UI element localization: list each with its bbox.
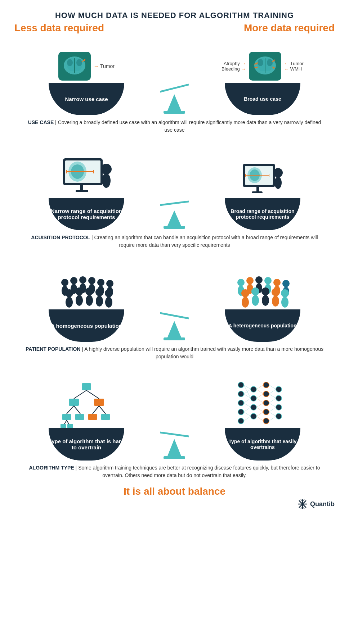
svg-line-143 [244,403,251,407]
svg-point-90 [241,289,249,297]
svg-point-53 [61,279,68,286]
svg-rect-103 [69,399,79,406]
bowl-homogeneous: A homogeneous population [49,309,124,342]
svg-point-123 [238,409,244,415]
svg-rect-37 [80,185,83,191]
svg-line-162 [269,416,276,421]
svg-rect-52 [252,191,263,193]
svg-line-142 [244,398,251,403]
svg-line-155 [269,385,276,389]
main-title: HOW MUCH DATA IS NEEDED FOR ALGORITHM TR… [14,11,335,20]
svg-line-101 [74,390,86,399]
right-pan-protocol: Broad range of acquisition protocol requ… [191,162,335,230]
svg-line-151 [256,403,263,407]
svg-point-121 [238,391,244,397]
svg-line-150 [256,398,263,403]
tree-icon [59,381,113,428]
svg-line-147 [256,385,263,389]
svg-line-106 [74,406,80,414]
brain-icon-right [249,52,281,81]
more-label: More data required [244,22,335,34]
svg-point-97 [272,296,279,307]
svg-point-128 [251,413,256,419]
svg-line-107 [93,406,99,414]
svg-point-134 [276,386,282,392]
subtitle-row: Less data required More data required [14,22,335,34]
svg-line-149 [256,394,263,398]
svg-point-126 [251,395,256,401]
bowl-hard-overtrain: Type of algorithm that is hard to overtr… [49,428,124,461]
svg-line-140 [244,389,251,394]
logo-text: Quantib [310,500,335,508]
svg-line-156 [269,389,276,394]
svg-point-127 [251,404,256,410]
svg-point-98 [281,289,289,297]
svg-point-96 [272,288,279,296]
svg-point-92 [251,287,259,295]
svg-point-6 [76,59,82,66]
svg-line-159 [269,403,276,407]
bleeding-label: Bleeding [222,66,240,72]
svg-line-161 [269,412,276,416]
section-protocol: Narrow range of acquisition protocol req… [14,140,335,249]
pivot-use-case [158,72,191,115]
section-algorithm: Type of algorithm that is hard to overtr… [14,367,335,479]
final-text: It is all about balance [14,486,335,497]
desc-population: PATIENT POPULATION | A highly diverse po… [14,345,335,360]
svg-point-63 [106,280,113,287]
svg-rect-112 [101,414,110,420]
svg-point-68 [76,295,83,306]
pivot-svg [160,72,189,115]
tumor-label-right: Tumor [290,61,304,66]
svg-point-137 [276,413,282,419]
svg-rect-116 [67,424,73,428]
svg-rect-111 [88,414,97,420]
svg-point-80 [246,277,254,284]
svg-point-59 [88,277,95,284]
svg-rect-38 [76,190,88,192]
svg-point-124 [238,418,244,424]
svg-rect-115 [61,424,66,428]
svg-point-78 [237,279,245,286]
svg-point-57 [79,276,86,284]
svg-point-120 [238,382,244,388]
svg-point-95 [262,295,269,306]
svg-line-39 [160,201,189,205]
svg-rect-41 [164,226,185,229]
svg-line-108 [99,406,106,414]
svg-point-17 [258,59,263,66]
desc-use-case: USE CASE | Covering a broadly defined us… [14,119,335,134]
svg-point-69 [85,287,93,295]
wmh-label: WMH [290,66,302,72]
infographic: HOW MUCH DATA IS NEEDED FOR ALGORITHM TR… [0,0,349,520]
svg-point-73 [105,289,113,297]
svg-point-67 [75,287,83,295]
bowl-narrow-protocol: Narrow range of acquisition protocol req… [49,198,124,230]
svg-rect-109 [62,414,71,420]
right-pan-population: A heterogeneous population [191,270,335,342]
svg-point-50 [274,177,282,189]
svg-marker-40 [167,210,182,227]
svg-point-136 [276,404,282,410]
less-label: Less data required [14,22,104,34]
svg-point-86 [273,279,281,286]
homogeneous-crowd [58,270,115,309]
svg-rect-51 [256,187,259,192]
svg-point-49 [273,168,283,177]
svg-rect-119 [164,456,185,459]
brain-icon-left [58,52,91,81]
svg-line-102 [86,390,99,399]
svg-point-55 [70,277,77,284]
pivot-svg-4 [160,417,189,461]
svg-point-35 [101,164,112,174]
svg-point-84 [264,277,272,284]
svg-point-93 [252,295,259,306]
bowl-easy-overtrain: Type of algorithm that easily overtrains [225,428,300,461]
svg-point-129 [263,382,269,388]
svg-point-94 [261,287,269,295]
svg-line-145 [244,412,251,416]
svg-line-75 [160,313,189,318]
svg-rect-100 [82,383,91,390]
pivot-svg-2 [160,187,189,230]
svg-point-70 [86,295,93,306]
